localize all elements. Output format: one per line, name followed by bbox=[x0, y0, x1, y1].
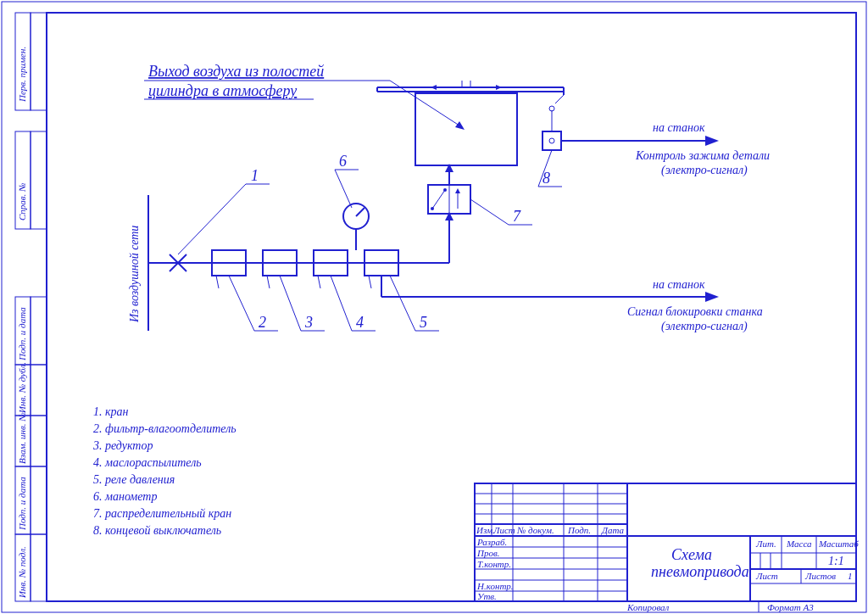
output1-dest: на станок bbox=[653, 121, 705, 134]
tb-nkontr: Н.контр. bbox=[476, 581, 514, 591]
tb-razrab: Разраб. bbox=[476, 537, 507, 547]
svg-rect-11 bbox=[31, 466, 47, 534]
svg-rect-5 bbox=[31, 297, 47, 365]
svg-rect-9 bbox=[31, 416, 47, 466]
svg-rect-33 bbox=[415, 93, 517, 165]
legend-6: 6. манометр bbox=[93, 490, 157, 503]
svg-line-19 bbox=[267, 276, 270, 288]
legend: 1. кран 2. фильтр-влагоотделитель 3. ред… bbox=[92, 405, 236, 537]
svg-line-57 bbox=[331, 276, 352, 331]
output2-dest: на станок bbox=[653, 278, 705, 291]
sidebar-label-invpodl: Инв. № подл. bbox=[17, 546, 27, 599]
callout-4: 4 bbox=[356, 314, 364, 331]
output1-line1: Контроль зажима детали bbox=[635, 149, 770, 162]
callout-5: 5 bbox=[420, 314, 427, 331]
note-top-line2: цилиндра в атмосферу bbox=[148, 82, 297, 99]
legend-1: 1. кран bbox=[93, 405, 129, 418]
output2-line2: (электро-сигнал) bbox=[661, 320, 748, 333]
tb-mashtab: Масштаб bbox=[818, 539, 859, 549]
legend-7: 7. распределительный кран bbox=[93, 507, 231, 520]
svg-line-51 bbox=[178, 184, 246, 254]
legend-4: 4. маслораспылитель bbox=[93, 456, 202, 469]
sidebar-label-sprav: Справ. № bbox=[17, 183, 27, 220]
svg-rect-1 bbox=[31, 13, 47, 110]
sidebar-label-invdubl: Инв. № дубл. bbox=[17, 362, 27, 414]
tb-data: Дата bbox=[601, 525, 625, 535]
output1-line2: (электро-сигнал) bbox=[661, 164, 748, 177]
tb-listov-val: 1 bbox=[848, 571, 853, 581]
svg-rect-13 bbox=[31, 534, 47, 601]
svg-line-20 bbox=[318, 276, 320, 288]
tb-list: Лист bbox=[492, 525, 515, 535]
component-distributor-7 bbox=[428, 185, 470, 214]
svg-line-21 bbox=[369, 276, 371, 288]
tb-tkontr: Т.контр. bbox=[477, 559, 511, 569]
callout-7: 7 bbox=[513, 208, 521, 225]
legend-2: 2. фильтр-влагоотделитель bbox=[93, 422, 236, 435]
component-manometer-6 bbox=[343, 204, 369, 250]
svg-line-28 bbox=[432, 190, 445, 209]
title-block: Изм. Лист № докум. Подп. Дата Разраб. Пр… bbox=[475, 483, 859, 612]
inlet-label: Из воздушной сети bbox=[128, 226, 141, 323]
tb-utv: Утв. bbox=[477, 591, 497, 601]
tb-massa: Масса bbox=[786, 539, 812, 549]
tb-prov: Пров. bbox=[476, 548, 499, 558]
tb-ndoc: № докум. bbox=[516, 525, 554, 535]
tb-scale: 1:1 bbox=[828, 555, 844, 567]
callout-2: 2 bbox=[259, 314, 266, 331]
output2-line1: Сигнал блокировки станка bbox=[627, 305, 763, 318]
svg-line-53 bbox=[229, 276, 254, 331]
svg-line-59 bbox=[390, 276, 415, 331]
sidebar-label-podp1: Подп. и дата bbox=[17, 307, 27, 361]
callout-8: 8 bbox=[542, 170, 550, 187]
tb-list2: Лист bbox=[755, 571, 778, 581]
tb-format: Формат А3 bbox=[767, 602, 814, 612]
component-limit-switch-8 bbox=[542, 106, 561, 150]
svg-line-18 bbox=[216, 276, 219, 288]
tb-listov: Листов bbox=[804, 571, 836, 581]
legend-3: 3. редуктор bbox=[92, 439, 153, 452]
svg-line-55 bbox=[280, 276, 301, 331]
svg-rect-3 bbox=[31, 131, 47, 229]
tb-lit: Лит. bbox=[755, 539, 776, 549]
tb-title2: пневмопривода bbox=[651, 563, 749, 580]
svg-line-63 bbox=[470, 199, 509, 225]
svg-point-29 bbox=[431, 207, 434, 210]
tb-izm: Изм. bbox=[476, 525, 495, 535]
svg-point-30 bbox=[443, 188, 447, 192]
note-top-line1: Выход воздуха из полостей bbox=[148, 63, 324, 80]
svg-point-44 bbox=[549, 138, 554, 143]
svg-rect-7 bbox=[31, 365, 47, 416]
callout-6: 6 bbox=[339, 153, 347, 170]
legend-8: 8. концевой выключатель bbox=[93, 524, 221, 537]
sidebar-label-podp2: Подп. и дата bbox=[17, 477, 27, 531]
tb-kopiroval: Копировал bbox=[626, 602, 670, 612]
drawing-sheet: Перв. примен. Справ. № Подп. и дата Инв.… bbox=[0, 0, 868, 614]
svg-rect-43 bbox=[542, 131, 561, 150]
tb-podp: Подп. bbox=[567, 525, 591, 535]
component-cylinder bbox=[377, 81, 564, 165]
callout-3: 3 bbox=[304, 314, 313, 331]
sidebar-label-perv: Перв. примен. bbox=[17, 47, 27, 103]
callout-1: 1 bbox=[251, 167, 259, 184]
legend-5: 5. реле давления bbox=[93, 473, 175, 486]
svg-line-42 bbox=[555, 95, 564, 103]
sidebar-boxes: Перв. примен. Справ. № Подп. и дата Инв.… bbox=[15, 13, 47, 601]
svg-line-61 bbox=[335, 170, 352, 208]
sidebar-label-vzam: Взам. инв. № bbox=[17, 412, 27, 464]
schematic: Из воздушной сети bbox=[92, 63, 770, 537]
tb-title1: Схема bbox=[671, 546, 712, 563]
svg-line-24 bbox=[356, 208, 364, 216]
